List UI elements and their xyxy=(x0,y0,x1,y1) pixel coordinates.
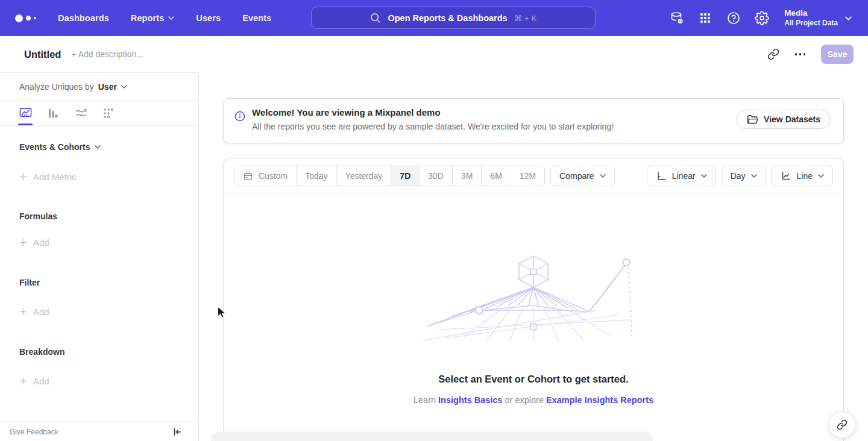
logo-dot xyxy=(15,14,23,22)
compare-button[interactable]: Compare xyxy=(550,166,615,186)
chevron-down-icon xyxy=(600,174,606,178)
date-range-label: Yesterday xyxy=(345,171,383,181)
breakdown-section: Breakdown xyxy=(19,347,198,357)
plus-icon xyxy=(19,308,27,316)
add-breakdown-button[interactable]: Add xyxy=(19,376,198,386)
nav-label: Dashboards xyxy=(58,13,109,23)
date-range-label: 3M xyxy=(461,171,473,181)
breakdown-label: Breakdown xyxy=(19,347,64,357)
report-title[interactable]: Untitled xyxy=(24,49,61,60)
nav-events[interactable]: Events xyxy=(242,13,271,23)
chevron-down-icon xyxy=(751,174,757,178)
date-range-6m[interactable]: 6M xyxy=(481,166,510,186)
query-builder-sidebar: Analyze Uniques by User Events & Cohorts… xyxy=(0,72,199,441)
copy-link-icon[interactable] xyxy=(767,48,779,60)
settings-gear-icon[interactable] xyxy=(755,11,769,25)
add-filter-button[interactable]: Add xyxy=(19,307,198,317)
analyze-by-selector[interactable]: User xyxy=(98,82,127,92)
insights-basics-link[interactable]: Insights Basics xyxy=(438,395,502,405)
add-filter-label: Add xyxy=(33,307,49,317)
linear-axis-icon xyxy=(656,170,667,181)
share-link-fab[interactable] xyxy=(829,411,855,438)
filter-section: Filter xyxy=(19,278,198,287)
chevron-down-icon xyxy=(845,16,852,20)
chevron-down-icon xyxy=(168,16,174,20)
plus-icon xyxy=(19,239,27,246)
add-metric-label: Add Metric xyxy=(33,172,77,182)
chevron-down-icon xyxy=(818,174,824,178)
interval-label: Day xyxy=(731,171,746,181)
events-cohorts-section[interactable]: Events & Cohorts xyxy=(19,142,198,152)
scale-selector[interactable]: Linear xyxy=(647,166,716,186)
tab-flow-chart[interactable] xyxy=(74,101,87,125)
report-header-actions: Save xyxy=(767,36,854,72)
tab-retention-grid[interactable] xyxy=(102,101,115,125)
chart-display-controls: Linear Day Line xyxy=(647,166,833,186)
report-description-placeholder[interactable]: + Add description... xyxy=(71,49,143,59)
date-range-30d[interactable]: 30D xyxy=(419,166,452,186)
filter-label: Filter xyxy=(19,278,40,287)
date-range-yesterday[interactable]: Yesterday xyxy=(336,166,391,186)
date-range-label: 30D xyxy=(428,171,444,181)
main-menu: Dashboards Reports Users Events xyxy=(58,13,271,23)
info-icon xyxy=(234,111,245,122)
empty-state: Select an Event or Cohort to get started… xyxy=(224,252,843,405)
nav-users[interactable]: Users xyxy=(196,13,221,23)
apps-grid-icon[interactable] xyxy=(698,11,712,25)
date-range-label: Custom xyxy=(259,171,288,181)
logo-dot xyxy=(34,17,36,19)
formulas-section: Formulas xyxy=(19,211,198,221)
data-management-icon[interactable] xyxy=(670,11,684,25)
view-datasets-button[interactable]: View Datasets xyxy=(737,110,831,129)
date-range-3m[interactable]: 3M xyxy=(452,166,481,186)
date-range-7d[interactable]: 7D xyxy=(391,166,419,186)
analyze-row: Analyze Uniques by User xyxy=(0,73,198,101)
analyze-value: User xyxy=(98,82,117,92)
empty-state-links: Learn Insights Basics or explore Example… xyxy=(224,395,843,405)
collapse-sidebar-icon[interactable] xyxy=(172,427,183,437)
folder-icon xyxy=(747,114,758,125)
date-range-today[interactable]: Today xyxy=(296,166,336,186)
chevron-down-icon xyxy=(701,174,707,178)
nav-label: Reports xyxy=(131,13,165,23)
plus-icon xyxy=(19,173,27,181)
date-range-12m[interactable]: 12M xyxy=(511,166,544,186)
save-button[interactable]: Save xyxy=(821,45,854,64)
calendar-icon xyxy=(243,171,253,181)
help-icon[interactable] xyxy=(726,11,741,25)
view-datasets-label: View Datasets xyxy=(764,114,820,124)
global-search[interactable]: Open Reports & Dashboards ⌘ + K xyxy=(311,7,596,29)
nav-reports[interactable]: Reports xyxy=(131,13,175,23)
mixpanel-logo[interactable] xyxy=(15,14,36,22)
banner-title: Welcome! You are viewing a Mixpanel demo xyxy=(252,107,441,117)
compare-label: Compare xyxy=(559,171,594,181)
give-feedback-link[interactable]: Give Feedback xyxy=(10,428,58,436)
project-switcher[interactable]: Media All Project Data xyxy=(784,8,852,28)
logo-dot xyxy=(26,16,31,20)
date-range-custom[interactable]: Custom xyxy=(234,166,296,186)
visualization-tabs xyxy=(0,101,198,126)
add-formula-button[interactable]: Add xyxy=(19,237,198,248)
add-metric-button[interactable]: Add Metric xyxy=(19,172,198,182)
nav-dashboards[interactable]: Dashboards xyxy=(58,13,109,23)
add-breakdown-label: Add xyxy=(33,376,49,386)
chart-type-selector[interactable]: Line xyxy=(772,166,833,186)
nav-label: Users xyxy=(196,13,221,23)
interval-selector[interactable]: Day xyxy=(722,166,766,186)
bottom-panel-peek xyxy=(211,432,653,441)
example-reports-link[interactable]: Example Insights Reports xyxy=(546,395,653,405)
sidebar-footer: Give Feedback xyxy=(0,422,198,441)
top-nav: Dashboards Reports Users Events Open Rep… xyxy=(0,0,868,36)
tab-line-chart[interactable] xyxy=(19,101,32,125)
date-range-label: 12M xyxy=(520,171,536,181)
tab-bar-chart[interactable] xyxy=(46,101,60,125)
welcome-banner: Welcome! You are viewing a Mixpanel demo… xyxy=(223,98,844,143)
scale-label: Linear xyxy=(672,171,696,181)
more-options-icon[interactable] xyxy=(793,51,808,58)
search-placeholder: Open Reports & Dashboards xyxy=(388,13,507,23)
search-icon xyxy=(370,12,381,23)
banner-subtitle: All the reports you see are powered by a… xyxy=(252,122,614,131)
formulas-label: Formulas xyxy=(19,211,57,221)
insights-chart-card: Custom Today Yesterday 7D 30D 3M 6M 12M … xyxy=(223,158,844,441)
chevron-down-icon xyxy=(121,85,127,89)
